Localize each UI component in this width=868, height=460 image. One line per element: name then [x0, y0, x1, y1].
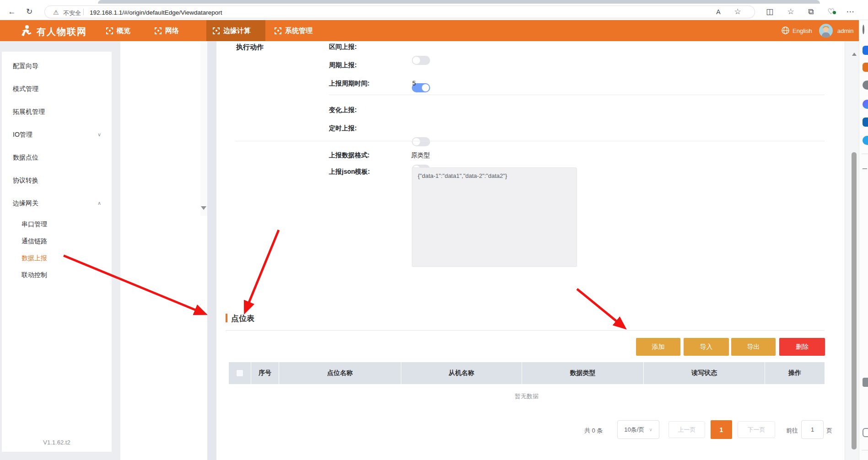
timing-report-label: 定时上报: — [329, 124, 357, 133]
table-header-slave-name: 从机名称 — [401, 362, 522, 384]
scroll-down-arrow-icon[interactable] — [201, 206, 206, 213]
side-rail-divider — [862, 450, 868, 450]
nav-tab-label: 系统管理 — [285, 27, 313, 35]
import-button[interactable]: 导入 — [684, 338, 729, 356]
scan-bracket-icon — [213, 27, 220, 34]
sub-sidebar-panel — [120, 41, 207, 460]
browser-tab-strip-bar — [98, 0, 820, 4]
add-button[interactable]: 添加 — [636, 338, 680, 356]
change-report-label: 变化上报: — [329, 106, 357, 114]
sidebar-bird-app-icon[interactable] — [863, 136, 868, 145]
sidebar-copilot-icon[interactable] — [863, 100, 868, 109]
sidebar-item-linkage-control[interactable]: 联动控制 — [22, 270, 104, 279]
avatar[interactable] — [819, 24, 833, 37]
page-size-select[interactable]: 10条/页 ∨ — [617, 420, 659, 439]
form-divider — [235, 141, 825, 141]
scan-bracket-icon — [275, 27, 281, 34]
sidebar-shopping-icon[interactable] — [863, 63, 868, 72]
table-header-data-type: 数据类型 — [522, 362, 643, 384]
pagination-total: 共 0 条 — [584, 427, 603, 435]
table-header-actions: 操作 — [765, 362, 825, 384]
table-header-checkbox-cell — [229, 362, 251, 384]
export-button[interactable]: 导出 — [731, 338, 776, 356]
scan-bracket-icon — [155, 27, 162, 34]
change-report-toggle[interactable] — [412, 137, 430, 146]
favorite-star-icon[interactable]: ☆ — [731, 5, 744, 18]
sidebar-collapse-icon[interactable] — [863, 168, 867, 169]
report-format-label: 上报数据格式: — [329, 151, 370, 160]
panel-divider-strip — [207, 41, 216, 460]
current-page-button[interactable]: 1 — [711, 420, 732, 439]
delete-button[interactable]: 删除 — [779, 338, 825, 356]
form-section-title: 执行动作 — [236, 43, 264, 52]
period-report-label: 周期上报: — [329, 61, 357, 70]
sidebar-item-edge-gateway[interactable]: 边缘网关 — [13, 198, 95, 208]
select-all-checkbox[interactable] — [236, 369, 243, 377]
sidebar-blue-app-icon[interactable] — [863, 46, 868, 55]
address-divider — [83, 9, 84, 15]
sidebar-item-config-wizard[interactable]: 配置向导 — [13, 61, 95, 70]
sidebar-item-communication-link[interactable]: 通信链路 — [22, 236, 104, 246]
security-warning-icon: ⚠ — [53, 9, 59, 16]
sidebar-item-protocol-conversion[interactable]: 协议转换 — [13, 176, 95, 185]
language-switch[interactable]: English — [793, 27, 812, 34]
sub-sidebar-scrollbar[interactable] — [200, 41, 207, 216]
sidebar-item-expansion-management[interactable]: 拓展机管理 — [13, 107, 95, 116]
brand-logo-icon — [19, 24, 33, 38]
language-globe-icon — [782, 27, 789, 34]
sidebar-outlook-icon[interactable] — [863, 118, 868, 127]
firmware-version: V1.1.62.t2 — [2, 439, 112, 446]
table-header-point-name: 点位名称 — [279, 362, 401, 384]
section-accent-bar — [226, 314, 227, 322]
goto-page-input[interactable] — [801, 420, 824, 439]
brand-title: 有人物联网 — [37, 26, 87, 38]
period-time-value: 5 — [412, 80, 416, 87]
browser-reload-icon[interactable]: ↻ — [23, 5, 36, 18]
collections-icon[interactable]: ☆ — [784, 5, 797, 18]
report-format-value: 原类型 — [411, 151, 430, 160]
nav-tab-overview[interactable]: 概览 — [100, 20, 137, 41]
table-header-rw-status: 读写状态 — [643, 362, 765, 384]
nav-tab-label: 边缘计算 — [223, 27, 251, 35]
points-table-title: 点位表 — [231, 313, 254, 324]
section-divider — [226, 330, 825, 331]
browser-side-rail — [859, 20, 868, 460]
nav-tab-edge-computing[interactable]: 边缘计算 — [206, 20, 265, 41]
split-screen-icon[interactable]: ◫ — [763, 5, 776, 18]
browser-more-icon[interactable]: ⋯ — [844, 5, 857, 18]
goto-page-label: 前往 — [786, 427, 798, 435]
sidebar-settings-icon[interactable] — [863, 378, 868, 387]
sidebar-item-data-report[interactable]: 数据上报 — [22, 253, 104, 262]
sidebar-app-frame-icon[interactable] — [863, 428, 868, 437]
json-template-label: 上报json模板: — [329, 168, 370, 176]
browser-back-icon[interactable]: ← — [5, 5, 18, 18]
nav-tab-system[interactable]: 系统管理 — [268, 20, 319, 41]
url-text[interactable]: 192.168.1.1/#/origin/defaultEdge/Viewdat… — [90, 9, 222, 16]
page-scrollbar-thumb[interactable] — [852, 152, 857, 449]
chevron-down-icon: ∨ — [649, 427, 652, 432]
duplicate-tab-icon[interactable]: ⧉ — [804, 5, 817, 18]
side-rail-divider — [862, 154, 868, 154]
sidebar-search-icon[interactable] — [863, 26, 868, 35]
next-page-button[interactable]: 下一页 — [738, 421, 775, 438]
sidebar-people-icon[interactable] — [863, 80, 868, 90]
user-name[interactable]: admin — [837, 27, 853, 34]
sidebar-item-data-points[interactable]: 数据点位 — [13, 153, 95, 162]
goto-page-suffix: 页 — [826, 427, 832, 435]
nav-tab-label: 概览 — [117, 27, 130, 35]
period-time-label: 上报周期时间: — [329, 80, 370, 88]
scroll-up-arrow-icon[interactable] — [852, 50, 857, 56]
read-aloud-icon[interactable]: A — [712, 5, 725, 18]
interval-report-label: 区间上报: — [329, 43, 357, 51]
json-template-textarea[interactable]: {"data-1":"data1","data-2":"data2"} — [412, 167, 577, 267]
sidebar-item-serial-management[interactable]: 串口管理 — [22, 219, 104, 229]
prev-page-button[interactable]: 上一页 — [669, 421, 705, 438]
nav-tab-network[interactable]: 网络 — [148, 20, 185, 41]
chevron-up-icon: ∧ — [97, 200, 101, 206]
sidebar-item-mode-management[interactable]: 模式管理 — [13, 84, 95, 93]
sidebar-item-io-management[interactable]: IO管理 — [13, 130, 95, 139]
form-divider — [329, 95, 825, 95]
security-label[interactable]: 不安全 — [63, 9, 81, 17]
interval-report-toggle[interactable] — [412, 56, 430, 65]
table-empty-text: 暂无数据 — [229, 392, 825, 401]
